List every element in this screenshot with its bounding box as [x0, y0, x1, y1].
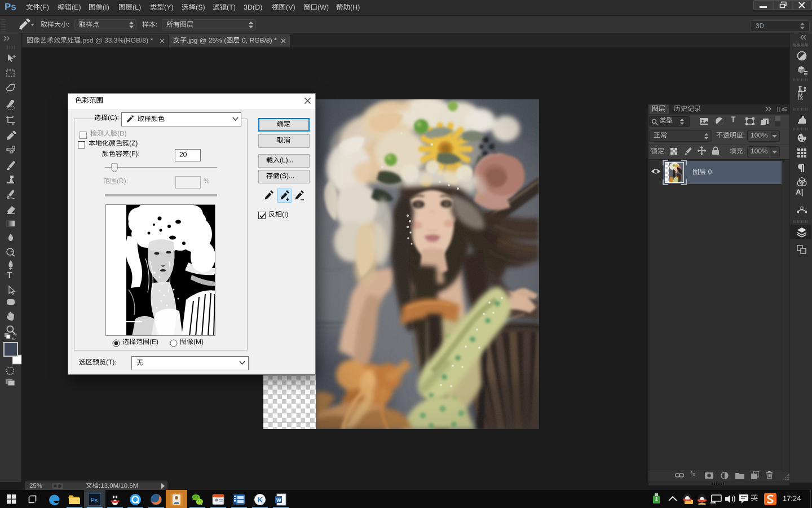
- svg-text:Ps: Ps: [91, 497, 98, 503]
- svg-text:+: +: [20, 27, 23, 31]
- svg-text:W: W: [276, 497, 281, 503]
- svg-text:K: K: [258, 496, 263, 504]
